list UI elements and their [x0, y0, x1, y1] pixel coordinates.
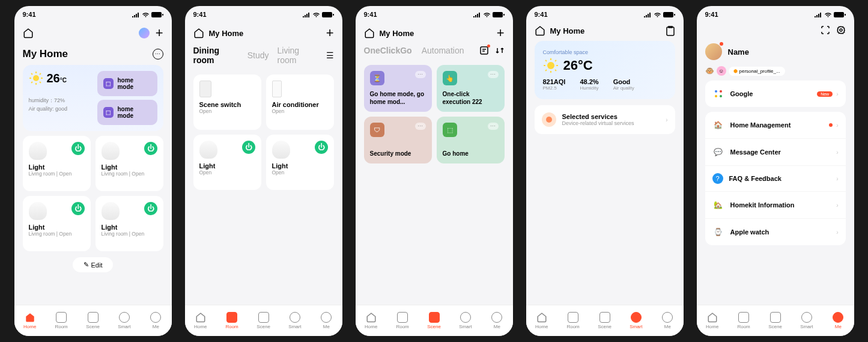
log-icon[interactable] [479, 46, 489, 55]
home-icon[interactable] [364, 28, 375, 38]
tab-me[interactable]: Me [652, 305, 683, 336]
room-tab[interactable]: Living room [278, 46, 318, 65]
menu-item-homekit[interactable]: 🏡Homekit Information› [705, 191, 846, 218]
weather-card[interactable]: 26°C humidity：72% Air quality: good ⬚hom… [23, 65, 163, 131]
mode-card-1[interactable]: ⬚home mode [97, 71, 157, 96]
power-button[interactable]: ⏻ [242, 141, 255, 154]
device-name: Light [199, 162, 255, 169]
menu-icon[interactable]: ☰ [326, 50, 334, 60]
scan-icon[interactable] [821, 25, 830, 35]
tab-smart[interactable]: Smart [279, 305, 311, 336]
emoji-icon[interactable]: ☺ [717, 66, 726, 76]
settings-icon[interactable] [836, 25, 846, 35]
device-name: Light [272, 162, 328, 169]
clipboard-icon[interactable] [666, 25, 675, 36]
scene-tab-active[interactable]: OneClickGo [364, 46, 412, 55]
device-card[interactable]: ⏻LightLiving room | Open [23, 136, 91, 191]
device-card[interactable]: Air conditionerOpen [266, 75, 334, 130]
new-badge: New [817, 91, 833, 97]
profile-chip[interactable]: ⬢personal_profile_... [729, 67, 785, 76]
menu-item-message-center[interactable]: 💬Message Center› [705, 138, 846, 165]
power-button[interactable]: ⏻ [71, 202, 85, 215]
wifi-icon [824, 12, 832, 17]
tab-me[interactable]: Me [140, 305, 171, 336]
menu-item-apple-watch[interactable]: ⌚Apple watch› [705, 218, 846, 245]
tab-me[interactable]: Me [311, 305, 342, 336]
tab-home[interactable]: Home [14, 305, 46, 336]
menu-item-faq[interactable]: ?FAQ & Feedback› [705, 165, 846, 191]
scene-card[interactable]: 🛡⋯Security mode [364, 117, 432, 163]
add-icon[interactable]: + [156, 25, 163, 41]
more-icon[interactable]: ⋯ [153, 49, 163, 60]
add-icon[interactable]: + [326, 25, 334, 41]
tab-home[interactable]: Home [697, 305, 728, 336]
room-tab[interactable]: Study [247, 50, 269, 60]
tab-smart[interactable]: Smart [450, 305, 481, 336]
tab-room[interactable]: Room [387, 305, 418, 336]
tab-room[interactable]: Room [216, 305, 247, 336]
room-tab-active[interactable]: Dining room [193, 46, 239, 65]
tab-scene[interactable]: Scene [418, 305, 449, 336]
tab-smart[interactable]: Smart [791, 305, 822, 336]
more-icon[interactable]: ⋯ [488, 123, 499, 130]
chevron-right-icon: › [666, 117, 667, 123]
power-button[interactable]: ⏻ [144, 142, 157, 155]
device-card[interactable]: ⏻LightLiving room | Open [96, 136, 163, 191]
scene-card[interactable]: ⏳⋯Go home mode, go home mod... [364, 65, 432, 112]
device-name: Light [29, 224, 85, 231]
tab-room[interactable]: Room [728, 305, 759, 336]
more-icon[interactable]: ⋯ [488, 71, 499, 78]
home-icon[interactable] [535, 25, 545, 36]
tab-smart[interactable]: Smart [621, 305, 652, 336]
emoji-icon[interactable]: 🐵 [705, 67, 714, 75]
tab-room[interactable]: Room [557, 305, 589, 336]
more-icon[interactable]: ⋯ [415, 71, 426, 78]
sun-icon [29, 71, 43, 85]
device-card[interactable]: ⏻LightOpen [266, 135, 334, 190]
add-icon[interactable]: + [497, 25, 505, 41]
tab-scene[interactable]: Scene [759, 305, 791, 336]
light-icon [29, 202, 47, 220]
home-icon[interactable] [193, 28, 204, 38]
sort-icon[interactable] [495, 46, 505, 55]
status-time: 9:41 [535, 11, 548, 18]
assistant-icon[interactable] [139, 28, 150, 38]
tab-me[interactable]: Me [481, 305, 512, 336]
tab-room[interactable]: Room [46, 305, 77, 336]
tab-me[interactable]: Me [822, 305, 854, 336]
power-button[interactable]: ⏻ [315, 141, 328, 154]
me-icon [321, 312, 332, 323]
tab-scene[interactable]: Scene [589, 305, 620, 336]
home-icon[interactable] [23, 28, 34, 38]
status-time: 9:41 [23, 11, 36, 18]
avatar-dot [720, 42, 723, 46]
mode-card-2[interactable]: ⬚home mode [97, 100, 157, 125]
user-section[interactable]: Name [697, 40, 854, 66]
header: My Home + [185, 23, 342, 46]
power-button[interactable]: ⏻ [144, 202, 157, 215]
svg-point-19 [547, 62, 554, 69]
aq-value: good [55, 106, 67, 112]
weather-card[interactable]: Comfortable space 26°C 821AQIPM2.5 48.2%… [535, 41, 675, 99]
service-card[interactable]: Selected services Device-related virtual… [535, 105, 675, 134]
tab-home[interactable]: Home [185, 305, 216, 336]
tab-smart[interactable]: Smart [109, 305, 140, 336]
google-card[interactable]: Google New› [705, 81, 846, 107]
scene-card[interactable]: ⬚⋯Go home [437, 117, 505, 163]
tab-scene[interactable]: Scene [77, 305, 108, 336]
chips-row: 🐵 ☺ ⬢personal_profile_... [697, 66, 854, 81]
device-card[interactable]: ⏻LightOpen [193, 135, 261, 190]
tab-home[interactable]: Home [356, 305, 387, 336]
tab-scene[interactable]: Scene [247, 305, 279, 336]
scene-card[interactable]: 👆⋯One-click execution 222 [437, 65, 505, 112]
more-icon[interactable]: ⋯ [415, 123, 426, 130]
device-card[interactable]: Scene switchOpen [193, 75, 261, 130]
menu-item-home-management[interactable]: 🏠Home Management› [705, 112, 846, 138]
power-button[interactable]: ⏻ [71, 142, 85, 155]
device-card[interactable]: ⏻LightLiving room | Open [96, 196, 163, 251]
tab-home[interactable]: Home [526, 305, 557, 336]
scene-tab[interactable]: Automation [422, 46, 464, 55]
device-card[interactable]: ⏻LightLiving room | Open [23, 196, 91, 251]
edit-button[interactable]: ✎Edit [73, 257, 114, 272]
temp-unit: °C [60, 77, 67, 84]
